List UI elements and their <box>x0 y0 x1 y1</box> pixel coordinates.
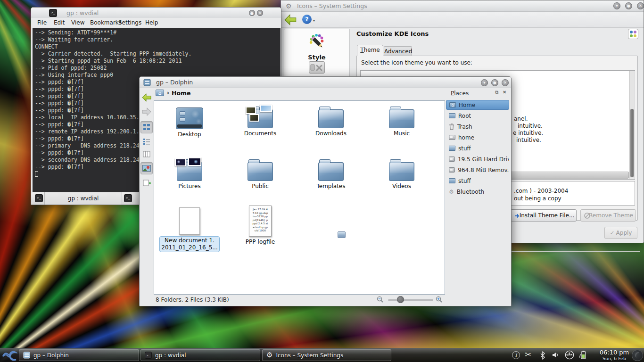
arrow-right-icon <box>514 213 520 219</box>
selected-file-label: New document 1. 2011_01_20_16_5... <box>159 236 219 252</box>
preview-image-icon <box>142 165 151 172</box>
terminal-line: --> pppd: �[7f] <box>35 100 84 107</box>
folder-view[interactable]: Desktop Documents Downloads Music <box>154 100 445 295</box>
file-item-ppp-logfile[interactable]: Jan 17 09:4 7:18 gp-Asp ire-5738 pp pd[1… <box>230 206 291 246</box>
theme-description-fragment: .com ) - 2003-2004 <box>514 188 568 194</box>
file-item-templates[interactable]: Templates <box>300 156 362 190</box>
clock-time: 06:10 pm <box>598 349 631 356</box>
file-item-pictures[interactable]: Pictures <box>159 156 220 190</box>
columns-view-button[interactable] <box>140 148 153 160</box>
zoom-slider[interactable] <box>397 296 404 303</box>
sidebar-item-style[interactable]: Style <box>284 33 349 61</box>
panel-cashew-icon[interactable] <box>632 350 643 361</box>
home-icon[interactable]: ⌂ <box>156 90 164 96</box>
remove-theme-button[interactable]: Remove Theme <box>580 209 636 222</box>
help-button[interactable]: ? <box>302 15 312 24</box>
device-notifier-usb-icon[interactable] <box>564 350 575 362</box>
close-button[interactable]: ✕ <box>502 79 509 86</box>
menu-item-settings[interactable]: Settings <box>118 19 141 26</box>
scrollbar[interactable] <box>629 71 634 179</box>
bluetooth-icon[interactable] <box>539 351 546 362</box>
hardware-tools-icon[interactable] <box>309 61 325 74</box>
detach-panel-icon[interactable]: ⧉ <box>495 90 498 95</box>
terminal-icon: >_ <box>49 9 57 17</box>
places-item-home[interactable]: ⌂ Home <box>446 100 509 110</box>
places-item-bluetooth[interactable]: ⚙ Bluetooth <box>446 187 509 197</box>
places-item-hard-drive[interactable]: 19.5 GiB Hard Drive <box>446 154 509 164</box>
menu-item-file[interactable]: File <box>37 19 47 26</box>
maximize-button[interactable]: ● <box>491 79 498 86</box>
klipper-scissors-icon[interactable]: ✂ <box>525 350 531 359</box>
places-header[interactable]: Places ⧉ ✕ <box>445 88 510 99</box>
zoom-in-button[interactable] <box>436 296 443 305</box>
kde-swirl-icon <box>1 348 17 362</box>
terminal-line: --> Pid of pppd: 25082 <box>35 65 107 72</box>
task-gp-wvdial[interactable]: >_ gp : wvdial <box>140 349 260 361</box>
info-icon[interactable]: i <box>512 351 520 359</box>
minimize-button[interactable]: ▾ <box>481 79 488 86</box>
breadcrumb-home[interactable]: Home <box>172 90 191 97</box>
menu-item-bookmarks[interactable]: Bookmarks <box>90 19 122 26</box>
icons-view-button[interactable] <box>140 121 153 133</box>
task-gp-dolphin[interactable]: gp – Dolphin <box>19 349 139 361</box>
forward-button[interactable] <box>140 106 153 118</box>
menu-item-edit[interactable]: Edit <box>54 19 65 26</box>
folder-icon <box>449 113 455 118</box>
menu-item-help[interactable]: Help <box>145 19 158 26</box>
terminal-icon: >_ <box>145 352 152 359</box>
caret-down-icon[interactable]: ▾ <box>313 18 315 23</box>
file-item-videos[interactable]: Videos <box>371 156 432 190</box>
zoom-out-button[interactable] <box>377 296 384 305</box>
minimize-button[interactable]: ▾ <box>613 2 620 9</box>
tab-advanced[interactable]: Advanced <box>384 46 412 56</box>
install-theme-button[interactable]: Install Theme File... <box>511 209 577 222</box>
terminal-line: --> pppd: �[7f] <box>35 93 84 100</box>
split-view-button[interactable] <box>140 177 153 189</box>
places-item-removable[interactable]: 964.8 MiB Remov... <box>446 165 509 175</box>
terminal-line: --> Sending: ATDT*99***1# <box>35 29 116 36</box>
places-item-stuff2[interactable]: stuff <box>446 176 509 186</box>
system-settings-titlebar[interactable]: ⚙ Icons – System Settings ▾ ● ✕ <box>281 0 644 12</box>
removable-drive-icon <box>449 167 455 173</box>
maximize-button[interactable]: ● <box>249 10 255 16</box>
close-button[interactable]: ✕ <box>637 2 644 9</box>
clock-date: Sun, 6 Feb <box>598 356 631 361</box>
apply-button[interactable]: ✓Apply <box>604 227 637 239</box>
launcher-button[interactable] <box>1 348 17 362</box>
zoom-slider-track[interactable] <box>388 299 433 301</box>
dolphin-titlebar[interactable]: gp – Dolphin ▾ ● ✕ <box>140 77 511 88</box>
breadcrumb: ⌂ › Home <box>154 88 445 100</box>
clock[interactable]: 06:10 pm Sun, 6 Feb <box>598 349 631 361</box>
battery-icon[interactable] <box>579 350 587 362</box>
menu-item-view[interactable]: View <box>71 19 84 26</box>
places-item-stuff[interactable]: stuff <box>446 143 509 153</box>
close-button[interactable]: ✕ <box>257 10 263 16</box>
terminal-titlebar[interactable]: >_ gp : wvdial ● ✕ <box>31 8 281 19</box>
tab-list-button[interactable]: >_ <box>124 194 132 202</box>
file-item-new-document[interactable]: New document 1. 2011_01_20_16_5... <box>159 206 220 252</box>
file-item-documents[interactable]: Documents <box>230 104 291 137</box>
close-panel-icon[interactable]: ✕ <box>503 90 506 95</box>
maximize-button[interactable]: ● <box>625 2 632 9</box>
places-item-home-drive[interactable]: home <box>446 132 509 142</box>
new-tab-button[interactable]: >_ <box>35 194 43 202</box>
file-item-downloads[interactable]: Downloads <box>300 104 362 137</box>
places-item-root[interactable]: Root <box>446 111 509 121</box>
check-icon: ✓ <box>610 230 615 236</box>
preview-button[interactable] <box>140 162 153 174</box>
volume-icon[interactable] <box>552 351 559 361</box>
details-view-button[interactable] <box>140 135 153 148</box>
file-item-music[interactable]: Music <box>371 104 432 137</box>
scrollbar-thumb[interactable] <box>630 109 634 177</box>
file-item-desktop[interactable]: Desktop <box>159 104 220 138</box>
places-item-trash[interactable]: Trash <box>446 122 509 132</box>
forward-arrow-icon <box>141 107 152 116</box>
tab-theme[interactable]: Theme <box>357 45 383 56</box>
tab-gp-wvdial[interactable]: gp : wvdial <box>44 192 122 205</box>
file-item-public[interactable]: Public <box>230 156 291 190</box>
task-system-settings[interactable]: ⚙ Icons – System Settings <box>262 349 391 361</box>
back-button[interactable] <box>284 14 297 26</box>
window-title: Icons – System Settings <box>297 2 367 9</box>
terminal-line: --> pppd: �[7f] <box>35 149 84 156</box>
back-button[interactable] <box>140 91 153 104</box>
